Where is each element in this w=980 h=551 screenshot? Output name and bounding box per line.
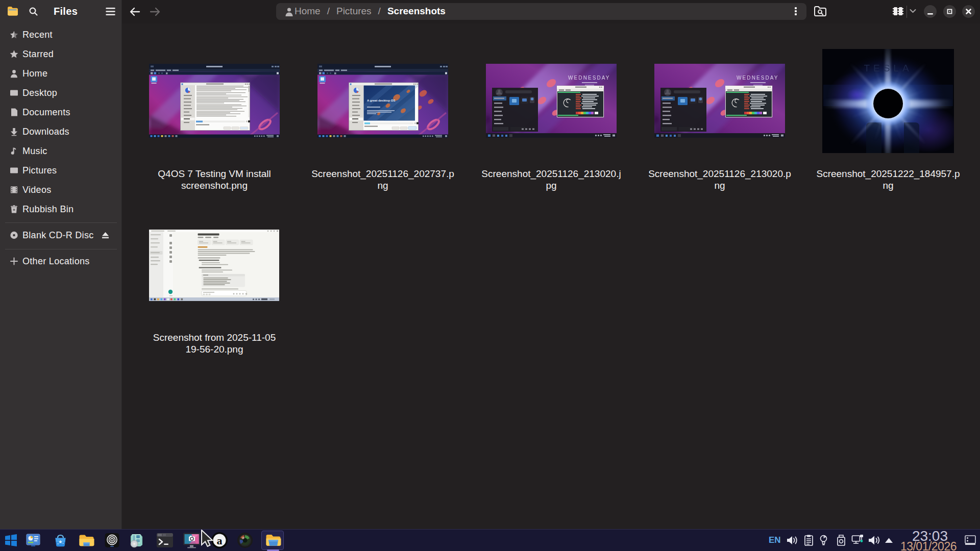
svg-text:a: a: [217, 534, 223, 547]
svg-text:WEDNESDAY: WEDNESDAY: [568, 75, 610, 81]
svg-text:TESLA: TESLA: [864, 63, 912, 73]
svg-text:A great desktop OS: A great desktop OS: [367, 99, 395, 102]
